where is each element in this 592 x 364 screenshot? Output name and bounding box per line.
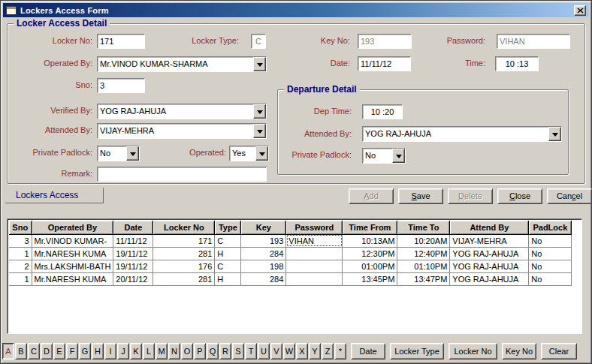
table-cell[interactable]: 176 [153, 260, 215, 272]
table-cell[interactable] [286, 272, 343, 285]
table-cell[interactable]: VIHAN [286, 234, 343, 247]
remark-field[interactable] [97, 167, 267, 182]
private-padlock-combo[interactable]: No [97, 146, 140, 161]
table-cell[interactable]: 20/11/12 [113, 272, 153, 285]
operated-by-combo[interactable]: Mr.VINOD KUMAR-SHARMA [97, 56, 267, 72]
table-cell[interactable]: 10:20AM [397, 234, 450, 247]
table-cell[interactable]: C [215, 260, 241, 272]
dep-attended-by-combo[interactable]: YOG RAJ-AHUJA [362, 126, 562, 142]
table-cell[interactable]: 193 [241, 234, 286, 247]
letter-button-s[interactable]: S [232, 343, 244, 359]
letter-button-h[interactable]: H [92, 343, 104, 359]
letter-button-z[interactable]: Z [322, 343, 334, 359]
table-cell[interactable]: Mr.NARESH KUMA [32, 272, 113, 285]
letter-button-i[interactable]: I [104, 343, 116, 359]
chevron-down-icon[interactable] [548, 127, 561, 141]
operated-combo[interactable]: Yes [229, 146, 269, 161]
dep-time-field[interactable]: 10 :20 [362, 104, 403, 119]
locker-no-filter-button[interactable]: Locker No [449, 343, 497, 359]
letter-button-q[interactable]: Q [207, 343, 219, 359]
chevron-down-icon[interactable] [392, 149, 405, 163]
delete-button[interactable]: Delete [448, 188, 493, 204]
table-cell[interactable]: 13:45PM [343, 272, 397, 285]
letter-button-f[interactable]: F [66, 343, 78, 359]
table-cell[interactable]: 19/11/12 [113, 260, 153, 272]
table-cell[interactable]: VIJAY-MEHRA [450, 234, 529, 247]
letter-button-a[interactable]: A [2, 343, 14, 359]
table-cell[interactable]: C [215, 234, 241, 247]
table-cell[interactable]: 284 [241, 272, 286, 285]
time-field[interactable]: 10 :13 [495, 56, 539, 71]
table-cell[interactable]: Mr.VINOD KUMAR- [32, 234, 113, 247]
table-row[interactable]: 1Mr.NARESH KUMA19/11/12281H28412:30PM12:… [9, 247, 572, 260]
table-cell[interactable]: No [529, 247, 572, 260]
close-button[interactable]: Close [497, 188, 542, 204]
key-no-filter-button[interactable]: Key No [502, 343, 536, 359]
lockers-access-grid[interactable]: SnoOperated ByDateLocker NoTypeKeyPasswo… [7, 218, 582, 334]
table-cell[interactable]: 281 [153, 272, 215, 285]
table-cell[interactable]: 281 [153, 247, 215, 260]
letter-button-t[interactable]: T [245, 343, 257, 359]
letter-button-w[interactable]: W [283, 343, 295, 359]
letter-button-j[interactable]: J [117, 343, 129, 359]
table-cell[interactable]: 198 [241, 260, 286, 272]
letter-button-l[interactable]: L [143, 343, 155, 359]
key-no-field[interactable]: 193 [358, 34, 412, 49]
cancel-button[interactable]: Cancel [547, 188, 592, 204]
table-cell[interactable]: 284 [241, 247, 286, 260]
letter-button-y[interactable]: Y [309, 343, 321, 359]
chevron-down-icon[interactable] [253, 104, 266, 119]
table-cell[interactable]: 13:47PM [397, 272, 450, 285]
letter-button-v[interactable]: V [270, 343, 282, 359]
letter-button-p[interactable]: P [194, 343, 206, 359]
letter-button-g[interactable]: G [79, 343, 91, 359]
table-cell[interactable]: H [215, 272, 241, 285]
table-cell[interactable]: No [529, 260, 572, 272]
letter-button-r[interactable]: R [219, 343, 231, 359]
table-cell[interactable]: YOG RAJ-AHUJA [450, 272, 529, 285]
table-cell[interactable]: Mr.NARESH KUMA [32, 247, 113, 260]
table-cell[interactable] [286, 247, 343, 260]
save-button[interactable]: Save [398, 188, 443, 204]
table-cell[interactable]: 19/11/12 [113, 247, 153, 260]
table-row[interactable]: 3Mr.VINOD KUMAR-11/11/12171C193VIHAN10:1… [9, 234, 572, 247]
table-cell[interactable]: 01:10PM [397, 260, 450, 272]
verified-by-combo[interactable]: YOG RAJ-AHUJA [97, 104, 267, 119]
table-cell[interactable]: 1 [9, 247, 32, 260]
letter-button-e[interactable]: E [53, 343, 65, 359]
chevron-down-icon[interactable] [255, 146, 268, 161]
attended-by-combo[interactable]: VIJAY-MEHRA [97, 123, 267, 139]
close-button[interactable] [574, 5, 586, 16]
date-field[interactable]: 11/11/12 [358, 56, 411, 71]
table-cell[interactable]: 171 [153, 234, 215, 247]
titlebar[interactable]: Lockers Access Form [3, 3, 589, 17]
table-cell[interactable]: 10:13AM [343, 234, 397, 247]
letter-button-n[interactable]: N [168, 343, 180, 359]
table-cell[interactable]: YOG RAJ-AHUJA [450, 247, 529, 260]
letter-button-c[interactable]: C [28, 343, 40, 359]
letter-button-x[interactable]: X [296, 343, 308, 359]
locker-type-field[interactable]: C [251, 34, 266, 49]
letter-button-o[interactable]: O [181, 343, 193, 359]
table-cell[interactable]: No [529, 234, 572, 247]
letter-button-b[interactable]: B [15, 343, 27, 359]
table-cell[interactable]: Mrs.LAKSHMI-BATH [32, 260, 113, 272]
table-cell[interactable] [286, 260, 343, 272]
table-cell[interactable]: 2 [9, 260, 32, 272]
table-cell[interactable]: 12:30PM [343, 247, 397, 260]
letter-button-m[interactable]: M [156, 343, 168, 359]
table-cell[interactable]: 3 [9, 234, 32, 247]
table-cell[interactable]: No [529, 272, 572, 285]
table-row[interactable]: 1Mr.NARESH KUMA20/11/12281H28413:45PM13:… [9, 272, 572, 285]
letter-button-k[interactable]: K [130, 343, 142, 359]
clear-filter-button[interactable]: Clear [541, 343, 577, 359]
table-cell[interactable]: 01:00PM [343, 260, 397, 272]
chevron-down-icon[interactable] [126, 146, 139, 161]
date-filter-button[interactable]: Date [351, 343, 385, 359]
chevron-down-icon[interactable] [253, 124, 266, 138]
table-cell[interactable]: 12:40PM [397, 247, 450, 260]
table-cell[interactable]: YOG RAJ-AHUJA [450, 260, 529, 272]
locker-no-field[interactable]: 171 [97, 34, 145, 49]
chevron-down-icon[interactable] [253, 57, 266, 71]
dep-private-padlock-combo[interactable]: No [362, 148, 406, 164]
